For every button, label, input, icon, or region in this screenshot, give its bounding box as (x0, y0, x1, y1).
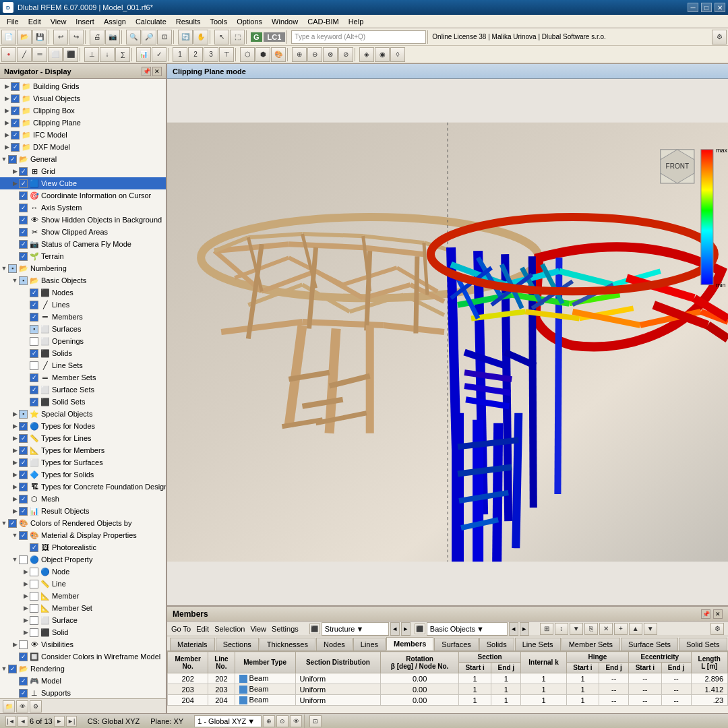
maximize-button[interactable]: □ (701, 3, 712, 12)
settings-btn[interactable]: Settings (272, 625, 299, 633)
expand-member-prop[interactable]: ▶ (22, 592, 30, 600)
expand-line-prop[interactable]: ▶ (22, 580, 30, 588)
expand-solids-num[interactable] (22, 349, 30, 357)
tab-materials[interactable]: Materials (170, 638, 215, 650)
tb-view2[interactable]: 2 (188, 47, 203, 62)
tab-solid-sets[interactable]: Solid Sets (679, 638, 727, 650)
tb-design[interactable]: ✓ (152, 47, 166, 62)
tree-solid-sets[interactable]: ✓ ⬛ Solid Sets (0, 396, 166, 408)
tb-more-2[interactable]: ⊖ (307, 47, 322, 62)
viewport-canvas[interactable]: max min FRONT (167, 79, 728, 605)
tb-undo[interactable]: ↩ (53, 30, 68, 44)
check-camera-status[interactable]: ✓ (19, 240, 28, 249)
tb-new[interactable]: 📄 (1, 30, 16, 44)
expand-show-clipped[interactable] (11, 228, 19, 236)
check-lines[interactable]: ✓ (30, 301, 38, 309)
bottom-panel-close[interactable]: ✕ (713, 609, 723, 619)
tree-member-sets[interactable]: ✓ ═ Member Sets (0, 371, 166, 384)
check-types-members[interactable]: ✓ (19, 446, 28, 455)
tab-lines[interactable]: Lines (353, 638, 386, 650)
tb-extra-2[interactable]: ◉ (375, 47, 390, 62)
tree-dxf-model[interactable]: ▶ ✓ 📁 DXF Model (0, 141, 166, 153)
check-member-sets[interactable]: ✓ (30, 373, 38, 382)
check-types-solids[interactable]: ✓ (19, 471, 28, 479)
tree-nodes[interactable]: ✓ ⬛ Nodes (0, 286, 166, 299)
tb-redo[interactable]: ↪ (69, 30, 84, 44)
tree-general[interactable]: ▼ ✓ 📂 General (0, 153, 166, 165)
expand-axis-system[interactable] (11, 204, 19, 212)
objects-dropdown[interactable]: Basic Objects ▼ (427, 622, 508, 636)
tb-settings-right[interactable]: ⚙ (710, 623, 724, 635)
tb-extra-1[interactable]: ◈ (359, 47, 374, 62)
tb-results[interactable]: 📊 (136, 47, 151, 62)
expand-types-nodes[interactable]: ▶ (11, 422, 19, 430)
check-dxf-model[interactable]: ✓ (11, 143, 20, 152)
check-rendering[interactable]: ✓ (8, 665, 17, 673)
check-photorealistic[interactable]: ✓ (30, 543, 38, 552)
menu-view[interactable]: View (47, 16, 71, 27)
expand-line-sets[interactable] (22, 361, 30, 369)
tb-more-4[interactable]: ⊘ (338, 47, 353, 62)
check-line-prop[interactable] (30, 580, 38, 588)
check-types-surfaces[interactable]: ✓ (19, 458, 28, 467)
expand-numbering[interactable]: ▼ (0, 264, 8, 272)
tree-types-surfaces[interactable]: ▶ ✓ ⬜ Types for Surfaces (0, 456, 166, 468)
expand-node-prop[interactable]: ▶ (22, 568, 30, 576)
tree-line-prop[interactable]: ▶ 📏 Line (0, 578, 166, 590)
tree-grid[interactable]: ▶ ✓ ⊞ Grid (0, 165, 166, 177)
expand-visual-objects[interactable]: ▶ (3, 94, 11, 102)
tree-mesh[interactable]: ▶ ✓ ⬡ Mesh (0, 493, 166, 505)
tree-surface-prop[interactable]: ▶ ⬜ Surface (0, 614, 166, 626)
menu-edit[interactable]: Edit (24, 16, 45, 27)
tb-add[interactable]: + (614, 623, 628, 635)
check-general[interactable]: ✓ (8, 155, 17, 164)
check-line-sets[interactable] (30, 361, 38, 370)
check-terrain[interactable]: ✓ (19, 252, 28, 261)
tab-solids[interactable]: Solids (479, 638, 514, 650)
nav-btn-2[interactable]: 👁 (16, 700, 28, 712)
check-grid[interactable]: ✓ (19, 167, 28, 176)
check-colors-rendered[interactable]: ✓ (8, 519, 17, 528)
check-surfaces-num[interactable]: ▪ (30, 325, 38, 334)
expand-clipping-plane[interactable]: ▶ (3, 119, 11, 127)
tree-solid-prop[interactable]: ▶ ⬛ Solid (0, 626, 166, 638)
check-types-nodes[interactable]: ✓ (19, 422, 28, 431)
table-row[interactable]: 202 202 Beam Uniform 0.00 1 1 1 1 -- -- … (168, 673, 728, 684)
tree-axis-system[interactable]: ✓ ↔ Axis System (0, 202, 166, 214)
nav-btn-1[interactable]: 📁 (3, 700, 15, 712)
tb-wireframe[interactable]: ⬡ (240, 47, 255, 62)
check-nodes[interactable]: ✓ (30, 289, 38, 297)
expand-openings[interactable] (22, 337, 30, 345)
check-member-prop[interactable] (30, 592, 38, 601)
structure-dropdown[interactable]: Structure ▼ (322, 622, 389, 636)
expand-consider-colors[interactable] (11, 653, 19, 661)
tb-move-down[interactable]: ▼ (644, 623, 657, 635)
page-last[interactable]: ►| (66, 716, 77, 727)
expand-solid-prop[interactable]: ▶ (22, 628, 30, 636)
check-clipping-box[interactable]: ✓ (11, 107, 20, 115)
check-basic-objects[interactable]: ▪ (19, 276, 28, 285)
expand-ifc-model[interactable]: ▶ (3, 131, 11, 139)
check-building-grids[interactable]: ✓ (11, 82, 20, 91)
selection-btn[interactable]: Selection (214, 625, 245, 633)
tree-solids-num[interactable]: ✓ ⬛ Solids (0, 347, 166, 359)
tree-numbering[interactable]: ▼ ▪ 📂 Numbering (0, 262, 166, 274)
tree-show-hidden[interactable]: ✓ 👁 Show Hidden Objects in Background (0, 214, 166, 226)
page-prev[interactable]: ◄ (18, 716, 28, 727)
tree-line-sets[interactable]: ╱ Line Sets (0, 359, 166, 371)
tree-rendering[interactable]: ▼ ✓ 📂 Rendering (0, 663, 166, 675)
check-ifc-model[interactable]: ✓ (11, 131, 20, 140)
tb-filter-panel[interactable]: ▼ (570, 623, 583, 635)
tree-ifc-model[interactable]: ▶ ✓ 📁 IFC Model (0, 129, 166, 141)
expand-dxf-model[interactable]: ▶ (3, 143, 11, 151)
edit-btn[interactable]: Edit (196, 625, 209, 633)
expand-result-objects[interactable]: ▶ (11, 507, 19, 515)
expand-types-members[interactable]: ▶ (11, 446, 19, 454)
tab-surfaces[interactable]: Surfaces (434, 638, 478, 650)
table-row[interactable]: 203 203 Beam Uniform 0.00 1 1 1 1 -- -- … (168, 684, 728, 695)
expand-lines[interactable] (22, 301, 30, 309)
tree-member-prop[interactable]: ▶ 📐 Member (0, 590, 166, 602)
tb-sort[interactable]: ↕ (555, 623, 568, 635)
nav-pin[interactable]: 📌 (142, 67, 151, 76)
tb-select[interactable]: ↖ (214, 30, 229, 44)
